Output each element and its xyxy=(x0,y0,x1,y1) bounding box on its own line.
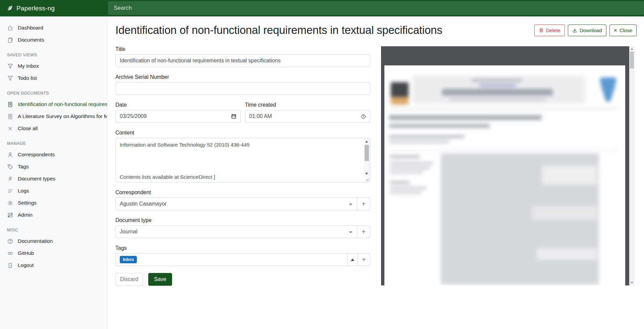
sidebar-item-admin[interactable]: Admin xyxy=(0,209,107,221)
funnel-icon xyxy=(7,75,13,81)
date-input[interactable]: 03/25/2009 xyxy=(115,110,241,123)
trash-icon xyxy=(539,28,544,33)
correspondent-label: Correspondent xyxy=(115,189,370,196)
sidebar-item-correspondents[interactable]: Correspondents xyxy=(0,149,107,161)
sidebar-item-open-doc-2[interactable]: A Literature Survey on Algorithms for Mu… xyxy=(0,110,107,122)
sidebar-item-logs[interactable]: Logs xyxy=(0,185,107,197)
hash-icon: # xyxy=(7,176,13,182)
brand[interactable]: Paperless-ng xyxy=(0,0,107,16)
scroll-up-arrow[interactable] xyxy=(365,141,368,143)
correspondent-select[interactable]: Agustin Casamayor xyxy=(115,198,357,210)
clock-icon[interactable] xyxy=(361,114,366,119)
chevron-down-icon xyxy=(348,202,353,206)
tag-chip-inbox[interactable]: Inbox xyxy=(120,256,137,263)
sidebar-item-label: Close all xyxy=(18,125,38,131)
sidebar-item-label: My Inbox xyxy=(18,63,39,69)
search-placeholder: Search xyxy=(114,5,132,11)
file-text-icon xyxy=(7,113,13,120)
leaf-logo-icon xyxy=(7,5,13,11)
tags-dropdown-button[interactable] xyxy=(347,253,358,266)
date-label: Date xyxy=(115,102,241,108)
close-icon xyxy=(7,125,13,132)
sidebar-item-tags[interactable]: Tags xyxy=(0,161,107,173)
title-label: Title xyxy=(115,46,370,52)
sidebar-section-manage: MANAGE xyxy=(0,141,107,146)
search-input[interactable]: Search xyxy=(108,1,644,15)
plus-icon: + xyxy=(362,228,366,235)
sidebar: Dashboard Documents SAVED VIEWS My Inbox… xyxy=(0,16,107,329)
sidebar-item-label: Settings xyxy=(18,200,37,206)
sidebar-item-label: Correspondents xyxy=(18,152,55,158)
preview-scrollbar[interactable] xyxy=(629,46,635,285)
list-lines-icon xyxy=(7,188,13,194)
resize-grip-icon[interactable] xyxy=(365,177,369,181)
sidebar-item-label: Document types xyxy=(18,176,55,182)
time-input[interactable]: 01:00 AM xyxy=(245,110,370,123)
question-circle-icon xyxy=(7,238,13,244)
content-textarea[interactable]: Information and Software Technology 52 (… xyxy=(115,138,370,182)
page-title: Identification of non-functional require… xyxy=(115,24,534,37)
sidebar-item-label: Identification of non-functional require… xyxy=(18,101,107,107)
sidebar-item-github[interactable]: GitHub xyxy=(0,247,107,259)
sidebar-item-my-inbox[interactable]: My Inbox xyxy=(0,60,107,72)
sidebar-item-logout[interactable]: Logout xyxy=(0,259,107,271)
download-icon xyxy=(572,28,577,33)
sidebar-item-documentation[interactable]: Documentation xyxy=(0,235,107,247)
sidebar-item-dashboard[interactable]: Dashboard xyxy=(0,22,107,34)
sidebar-item-label: Documents xyxy=(18,37,44,43)
asn-label: Archive Serial Number xyxy=(115,74,370,80)
add-tag-button[interactable]: + xyxy=(358,253,370,266)
sidebar-item-label: Logout xyxy=(18,262,34,268)
add-document-type-button[interactable]: + xyxy=(357,225,370,238)
plus-icon: + xyxy=(362,256,366,263)
time-label: Time created xyxy=(245,102,370,108)
person-icon xyxy=(7,152,13,158)
scroll-down-arrow[interactable] xyxy=(631,282,633,283)
document-form: Title Identification of non-functional r… xyxy=(115,46,370,286)
caret-up-icon xyxy=(351,259,354,261)
sidebar-item-label: GitHub xyxy=(18,250,34,256)
toggles-icon xyxy=(7,212,13,218)
funnel-icon xyxy=(7,63,13,69)
sidebar-item-settings[interactable]: Settings xyxy=(0,197,107,209)
document-preview xyxy=(381,46,635,285)
sidebar-item-close-all[interactable]: Close all xyxy=(0,122,107,134)
scroll-up-arrow[interactable] xyxy=(631,48,633,50)
sidebar-item-label: Dashboard xyxy=(18,25,43,31)
sidebar-item-open-doc-1[interactable]: Identification of non-functional require… xyxy=(0,98,107,110)
scroll-thumb[interactable] xyxy=(365,145,369,161)
calendar-icon[interactable] xyxy=(231,114,236,119)
scroll-down-arrow[interactable] xyxy=(365,173,368,175)
save-button[interactable]: Save xyxy=(148,273,172,286)
sidebar-section-misc: MISC xyxy=(0,228,107,232)
tags-input[interactable]: Inbox xyxy=(115,253,347,266)
delete-button[interactable]: Delete xyxy=(534,24,565,36)
sidebar-item-label: Documentation xyxy=(18,238,53,244)
document-type-label: Document type xyxy=(115,217,370,223)
scroll-thumb[interactable] xyxy=(630,52,634,68)
sidebar-item-document-types[interactable]: # Document types xyxy=(0,173,107,185)
door-icon xyxy=(7,262,13,269)
link-icon xyxy=(7,250,13,257)
title-input[interactable]: Identification of non-functional require… xyxy=(115,54,370,67)
sidebar-section-open-documents: OPEN DOCUMENTS xyxy=(0,91,107,96)
asn-input[interactable] xyxy=(115,82,370,95)
sidebar-item-todo-list[interactable]: Todo list xyxy=(0,72,107,84)
content-scrollbar[interactable] xyxy=(364,139,370,176)
brand-name: Paperless-ng xyxy=(16,5,55,12)
pdf-page xyxy=(384,65,625,285)
download-button[interactable]: Download xyxy=(568,24,606,36)
sidebar-section-saved-views: SAVED VIEWS xyxy=(0,53,107,57)
chevron-down-icon xyxy=(348,230,353,234)
sidebar-item-documents[interactable]: Documents xyxy=(0,34,107,46)
close-button[interactable]: × Close xyxy=(609,24,637,36)
top-navbar: Paperless-ng Search xyxy=(0,0,644,16)
file-text-icon xyxy=(7,101,13,108)
tag-icon xyxy=(7,164,13,170)
gear-icon xyxy=(7,200,13,206)
files-icon xyxy=(7,37,13,43)
sidebar-item-label: Todo list xyxy=(18,75,37,81)
discard-button[interactable]: Discard xyxy=(115,273,143,286)
document-type-select[interactable]: Journal xyxy=(115,225,357,238)
add-correspondent-button[interactable]: + xyxy=(357,198,370,210)
